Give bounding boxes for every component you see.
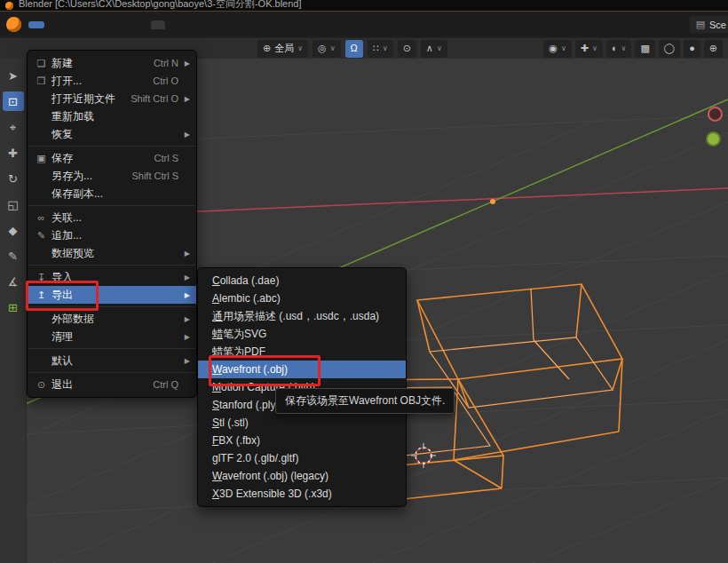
shading-rendered-button[interactable]: ⊕ (704, 40, 723, 58)
file-menu-item[interactable]: ✎ 追加... ▶ (28, 226, 196, 244)
scale-tool[interactable]: ◱ (3, 194, 24, 214)
export-menu-item[interactable]: glTF 2.0 (.glb/.gltf) (198, 449, 406, 467)
file-menu-item[interactable]: 默认 ▶ (28, 352, 196, 369)
tab-rendering[interactable] (247, 20, 261, 29)
falloff-dropdown[interactable]: ∧ ∨ (421, 40, 447, 58)
file-menu: ❏ 新建 Ctrl N ▶ ❐ 打开... Ctrl O ▶ 打开近期文件 Sh… (27, 50, 197, 398)
scene-selector[interactable]: ▤ Sce (690, 16, 728, 33)
tool-icon: ⊡ (8, 96, 18, 107)
top-menubar: ▤ Sce (0, 12, 728, 37)
menu-separator (28, 306, 195, 307)
file-menu-item[interactable]: 重新加载 ▶ (28, 107, 196, 125)
gizmos-dropdown[interactable]: ✚ ∨ (575, 40, 603, 58)
viewport-menu-add[interactable] (213, 46, 226, 52)
open-folder-icon: ❐ (34, 75, 49, 87)
proportional-editing-toggle[interactable]: ⊙ (398, 40, 416, 58)
viewport-menu-select[interactable] (197, 46, 210, 52)
submenu-arrow-icon: ▶ (182, 291, 190, 299)
gizmo-icon: ✚ (581, 44, 589, 53)
tab-layout[interactable] (135, 20, 149, 29)
rotate-tool[interactable]: ↻ (3, 169, 24, 188)
file-menu-item[interactable]: ⊙ 退出 Ctrl Q ▶ (28, 376, 196, 393)
export-menu-item[interactable]: 蜡笔为SVG (198, 325, 406, 343)
file-menu-item[interactable]: ↥ 导出 ▶ (28, 286, 196, 304)
file-menu-item[interactable]: ▣ 保存 Ctrl S ▶ (28, 149, 196, 167)
menu-help[interactable] (96, 21, 112, 28)
shading-solid-button[interactable]: ● (684, 40, 700, 58)
measure-tool[interactable]: ∡ (3, 272, 24, 291)
scene-icon: ▤ (696, 19, 705, 30)
xray-toggle[interactable]: ▩ (635, 40, 654, 58)
tab-animation[interactable] (231, 20, 245, 29)
add-cube-tool[interactable]: ⊞ (3, 297, 24, 317)
menu-item-label: 蜡笔为PDF (212, 345, 400, 360)
submenu-arrow-icon: ▶ (182, 59, 190, 67)
dropdown-caret-icon: ∨ (297, 45, 303, 52)
tab-sculpting[interactable] (167, 20, 181, 29)
annotate-tool[interactable]: ✎ (3, 246, 24, 266)
nav-gizmo-y-ball[interactable] (706, 131, 721, 147)
globe-icon: ⊕ (263, 44, 271, 53)
menu-file[interactable] (28, 21, 44, 28)
menu-item-shortcut: Ctrl Q (153, 379, 178, 390)
file-menu-item[interactable]: 外部数据 ▶ (28, 310, 196, 328)
cursor-tool[interactable]: ⌖ (3, 117, 24, 137)
file-menu-item[interactable]: ❏ 新建 Ctrl N ▶ (28, 54, 196, 72)
blender-menu-icon[interactable] (6, 17, 21, 32)
pivot-point-dropdown[interactable]: ◎ ∨ (313, 40, 340, 58)
file-menu-item[interactable]: 清理 ▶ (28, 328, 196, 345)
viewport-menu-object[interactable] (229, 46, 241, 52)
file-menu-item[interactable]: 打开近期文件 Shift Ctrl O ▶ (28, 90, 196, 107)
menu-item-label: 打开... (51, 74, 146, 89)
shading-wireframe-button[interactable]: ◯ (659, 40, 680, 58)
wireframe-shading-icon: ◯ (664, 44, 675, 53)
menu-window[interactable] (79, 21, 95, 28)
export-menu-item[interactable]: FBX (.fbx) (198, 432, 406, 449)
save-icon: ▣ (34, 153, 49, 164)
tab-shading[interactable] (215, 20, 229, 29)
file-menu-item[interactable]: ∞ 关联... ▶ (28, 209, 196, 226)
export-menu-item[interactable]: Wavefront (.obj) (legacy) (198, 467, 406, 485)
move-tool[interactable]: ✚ (3, 143, 24, 163)
file-menu-item[interactable]: 恢复 ▶ (28, 125, 196, 143)
export-menu-item[interactable]: 蜡笔为PDF (198, 343, 406, 361)
dropdown-caret-icon: ∨ (330, 45, 336, 52)
tab-modeling[interactable] (151, 20, 165, 29)
menu-edit[interactable] (45, 21, 61, 28)
file-menu-item[interactable]: ❐ 打开... Ctrl O ▶ (28, 72, 196, 90)
menu-item-label: 重新加载 (51, 109, 171, 124)
tab-uv-editing[interactable] (183, 20, 197, 29)
tab-texture-paint[interactable] (199, 20, 213, 29)
export-menu-item[interactable]: Stl (.stl) (198, 414, 406, 432)
export-menu-item[interactable]: Alembic (.abc) (198, 289, 406, 307)
transform-orientation-dropdown[interactable]: ⊕ 全局 ∨ (257, 40, 308, 58)
file-menu-item[interactable]: 数据预览 ▶ (28, 244, 196, 262)
workspace-tabs (135, 20, 686, 29)
export-menu-item[interactable]: X3D Extensible 3D (.x3d) (198, 485, 406, 503)
visibility-dropdown[interactable]: ◉ ∨ (543, 40, 571, 58)
tool-icon: ✚ (8, 147, 18, 159)
transform-tool[interactable]: ◆ (3, 220, 24, 240)
tweak-tool[interactable]: ➤ (3, 66, 24, 85)
snap-toggle[interactable]: Ω (345, 40, 363, 58)
menu-item-label: glTF 2.0 (.glb/.gltf) (212, 452, 400, 464)
menu-item-label: 清理 (51, 329, 171, 345)
snap-with-dropdown[interactable]: ∷ ∨ (368, 40, 393, 58)
export-menu-item[interactable]: Collada (.dae) (198, 272, 406, 289)
export-menu-item[interactable]: 通用场景描述 (.usd，.usdc，.usda) (198, 307, 406, 325)
submenu-arrow-icon: ▶ (182, 131, 190, 139)
menu-item-label: 保存副本... (51, 186, 171, 202)
file-menu-item[interactable]: 另存为... Shift Ctrl S ▶ (28, 167, 196, 185)
menu-item-label: 蜡笔为SVG (212, 327, 400, 342)
overlays-dropdown[interactable]: ◐ ∨ (606, 40, 632, 58)
dropdown-caret-icon: ∨ (437, 45, 442, 52)
file-menu-item[interactable]: ↧ 导入 ▶ (28, 268, 196, 286)
menu-render[interactable] (62, 21, 78, 28)
eye-icon: ◉ (549, 44, 558, 53)
file-menu-item[interactable]: 保存副本... ▶ (28, 185, 196, 202)
select-box-tool[interactable]: ⊡ (3, 91, 24, 111)
export-menu-item[interactable]: Wavefront (.obj) (198, 361, 406, 378)
menu-separator (28, 265, 195, 266)
dropdown-caret-icon: ∨ (592, 45, 597, 52)
nav-gizmo-x-ball[interactable] (708, 107, 723, 122)
